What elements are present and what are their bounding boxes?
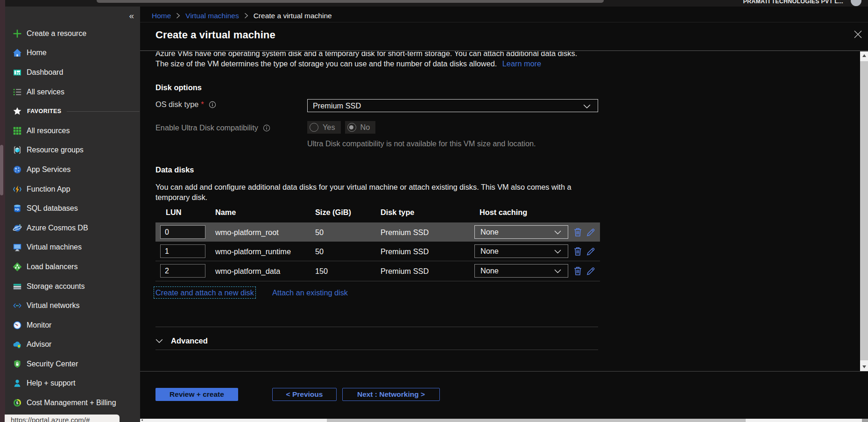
learn-more-link[interactable]: Learn more: [502, 59, 541, 68]
sidebar-item-label: All services: [27, 88, 64, 96]
host-caching-value: None: [480, 228, 499, 236]
previous-button[interactable]: < Previous: [272, 388, 337, 401]
sidebar-item-label: SQL databases: [27, 204, 78, 213]
delete-disk-icon[interactable]: [574, 228, 582, 236]
sidebar-item-load-balancers[interactable]: Load balancers: [5, 257, 140, 277]
ultra-disk-option-yes[interactable]: Yes: [307, 121, 341, 134]
column-header-lun: LUN: [166, 208, 181, 217]
sidebar-item-label: Help + support: [27, 379, 76, 387]
ultra-disk-radio-group: Yes No: [307, 121, 375, 134]
review-create-button[interactable]: Review + create: [155, 388, 238, 401]
column-header-disk-type: Disk type: [381, 208, 414, 217]
global-search-input[interactable]: [97, 0, 604, 3]
delete-disk-icon[interactable]: [574, 247, 582, 256]
grid-icon: [13, 126, 22, 136]
data-disks-desc-line2: temporary disk.: [155, 193, 207, 201]
user-avatar[interactable]: [851, 0, 861, 6]
ultra-disk-option-no[interactable]: No: [345, 121, 376, 134]
horizontal-scrollbar-thumb[interactable]: [327, 419, 746, 422]
star-icon: [13, 107, 22, 116]
chevron-down-icon: [554, 230, 561, 235]
blade-footer: Review + create < Previous Next : Networ…: [140, 371, 868, 422]
host-caching-dropdown[interactable]: None: [474, 264, 568, 278]
chevron-right-icon: [244, 13, 248, 19]
svg-text:SQL: SQL: [15, 208, 20, 211]
sidebar-section-favorites: FAVORITES: [5, 101, 140, 121]
attach-existing-disk-link[interactable]: Attach an existing disk: [272, 288, 348, 297]
sidebar-item-advisor[interactable]: Advisor: [5, 335, 140, 355]
edit-disk-icon[interactable]: [586, 247, 595, 256]
edge-scrollbar-thumb[interactable]: [0, 145, 3, 195]
scroll-up-icon[interactable]: [862, 54, 866, 57]
host-caching-dropdown[interactable]: None: [474, 225, 568, 239]
sidebar-item-label: Virtual machines: [27, 243, 82, 251]
sidebar-item-function-app[interactable]: Function App: [5, 179, 140, 199]
cell-size: 50: [315, 247, 324, 256]
sidebar-item-cost-management-billing[interactable]: $ Cost Management + Billing: [5, 393, 140, 413]
table-row-0: wmo-platform_root 50 Premium SSD None: [155, 222, 600, 242]
table-row-1: wmo-platform_runtime 50 Premium SSD None: [155, 242, 600, 261]
vertical-scrollbar[interactable]: [860, 51, 868, 371]
sidebar-item-sql-databases[interactable]: SQL SQL databases: [5, 199, 140, 218]
scrollbar-thumb[interactable]: [860, 61, 868, 360]
data-disks-desc-line1: You can add and configure additional dat…: [155, 183, 572, 191]
sidebar-collapse-icon[interactable]: «: [129, 11, 134, 20]
sidebar-item-storage-accounts[interactable]: Storage accounts: [5, 277, 140, 296]
os-disk-type-label-text: OS disk type: [155, 100, 198, 109]
create-attach-disk-link[interactable]: Create and attach a new disk: [155, 288, 254, 297]
info-icon[interactable]: [263, 124, 270, 132]
sidebar-item-help-support[interactable]: Help + support: [5, 374, 140, 393]
lun-input[interactable]: [160, 264, 205, 278]
lun-input[interactable]: [160, 244, 205, 258]
info-icon[interactable]: [209, 101, 216, 108]
sidebar-item-app-services[interactable]: App Services: [5, 160, 140, 179]
create-attach-disk-label: Create and attach a new disk: [155, 288, 254, 297]
sidebar-item-label: Dashboard: [27, 68, 63, 77]
os-disk-type-dropdown[interactable]: Premium SSD: [307, 99, 598, 112]
breadcrumb: Home Virtual machines Create a virtual m…: [140, 7, 868, 22]
sidebar-item-home[interactable]: Home: [5, 43, 140, 63]
help-support-icon: [13, 379, 22, 388]
sidebar-item-label: Cost Management + Billing: [27, 399, 116, 407]
cosmos-db-icon: [13, 223, 22, 233]
radio-unselected-icon: [310, 123, 318, 132]
sidebar-item-security-center[interactable]: Security Center: [5, 354, 140, 374]
sidebar-item-label: Virtual networks: [27, 301, 80, 310]
next-networking-button[interactable]: Next : Networking >: [342, 388, 440, 401]
ultra-disk-note: Ultra Disk compatibility is not availabl…: [307, 139, 536, 148]
sidebar-item-resource-groups[interactable]: Resource groups: [5, 141, 140, 160]
scroll-left-icon[interactable]: [141, 419, 143, 421]
edit-disk-icon[interactable]: [586, 228, 595, 236]
delete-disk-icon[interactable]: [574, 267, 582, 276]
radio-label-yes: Yes: [323, 123, 335, 132]
breadcrumb-home-link[interactable]: Home: [152, 12, 171, 20]
sidebar-item-all-resources[interactable]: All resources: [5, 121, 140, 141]
sidebar-section-label: FAVORITES: [27, 108, 62, 114]
scroll-down-icon[interactable]: [862, 365, 866, 368]
resource-groups-icon: [13, 145, 22, 155]
sidebar-item-dashboard[interactable]: Dashboard: [5, 63, 140, 82]
load-balancer-icon: [13, 262, 22, 272]
sidebar-item-all-services[interactable]: All services: [5, 82, 140, 102]
favorites-divider: [67, 111, 140, 112]
disk-options-heading: Disk options: [155, 83, 202, 92]
lun-input[interactable]: [160, 225, 205, 239]
advanced-section-toggle[interactable]: Advanced: [155, 336, 208, 345]
function-app-icon: [13, 185, 22, 194]
host-caching-dropdown[interactable]: None: [474, 244, 568, 258]
breadcrumb-virtual-machines-link[interactable]: Virtual machines: [185, 12, 239, 20]
close-icon[interactable]: [854, 30, 862, 38]
sidebar-item-azure-cosmos-db[interactable]: Azure Cosmos DB: [5, 218, 140, 238]
scrollbar-corner: [862, 419, 868, 422]
sidebar-item-label: Create a resource: [27, 29, 86, 38]
sidebar-item-label: Security Center: [27, 360, 78, 368]
sidebar-item-virtual-networks[interactable]: Virtual networks: [5, 296, 140, 315]
sidebar-item-monitor[interactable]: Monitor: [5, 315, 140, 335]
cell-disk-type: Premium SSD: [381, 228, 429, 236]
edit-disk-icon[interactable]: [586, 267, 595, 276]
horizontal-scrollbar[interactable]: [140, 419, 868, 422]
sidebar-item-virtual-machines[interactable]: Virtual machines: [5, 238, 140, 257]
cost-management-icon: $: [13, 398, 22, 408]
sidebar-item-label: Advisor: [27, 340, 51, 349]
sidebar-item-create-a-resource[interactable]: Create a resource: [5, 24, 140, 43]
